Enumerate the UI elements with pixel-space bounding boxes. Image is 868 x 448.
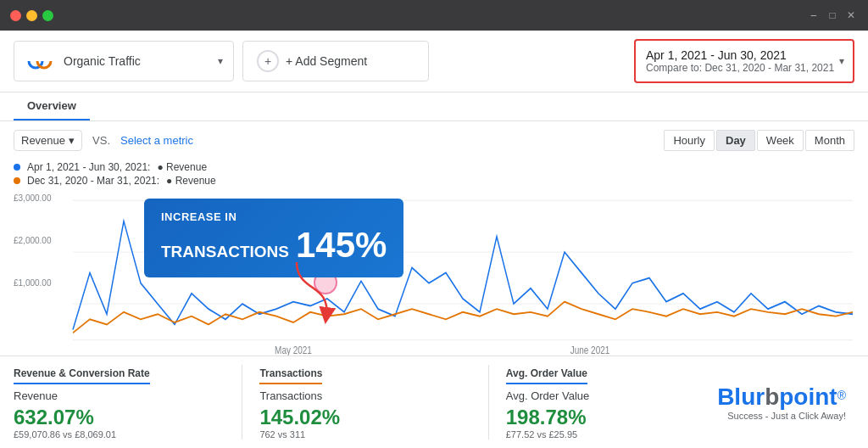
chart-svg: May 2021 June 2021 [14,190,854,356]
close-icon[interactable]: ✕ [844,8,858,22]
stat-aov-sub: £77.52 vs £25.95 [506,429,700,440]
metric-chevron-icon: ▾ [69,134,75,147]
top-bar: Organic Traffic ▾ + + Add Segment Apr 1,… [0,31,868,92]
date-compare: Compare to: Dec 31, 2020 - Mar 31, 2021 [646,62,843,74]
stat-transactions-label: Transactions [259,389,453,402]
minimize-dot[interactable] [26,10,37,21]
minimize-icon[interactable]: ‒ [807,8,821,22]
blurpoint-logo: Blurbpoint® Success - Just a Click Away! [717,365,854,440]
legend-item-1: Apr 1, 2021 - Jun 30, 2021: ● Revenue [14,161,854,173]
stat-group-aov-header: Avg. Order Value [506,367,587,384]
svg-point-1 [37,54,51,68]
time-hourly[interactable]: Hourly [664,130,715,151]
chart-area: £3,000.00 £2,000.00 £1,000.00 May 2021 J… [0,190,868,356]
stat-aov-label: Avg. Order Value [506,389,700,402]
y-label-1000: £1,000.00 [14,278,52,288]
logo-gray: b [765,384,779,410]
time-day[interactable]: Day [716,130,755,151]
add-circle-icon: + [257,50,279,72]
logo-blue: Blur [717,384,765,410]
main-content: Organic Traffic ▾ + + Add Segment Apr 1,… [0,31,868,448]
bottom-stats: Revenue & Conversion Rate Revenue 632.07… [0,356,868,448]
maximize-dot[interactable] [42,10,53,21]
logo-trademark: ® [837,389,846,402]
blurpoint-name: Blurbpoint® [717,384,846,411]
titlebar: ‒ □ ✕ [0,0,868,31]
compare-prefix: Compare to: [646,62,702,74]
add-segment-label: + Add Segment [286,54,367,68]
y-label-2000: £2,000.00 [14,236,52,245]
win-controls: ‒ □ ✕ [807,8,858,22]
stat-group-transactions-header: Transactions [259,367,322,384]
metric-dropdown[interactable]: Revenue ▾ [14,130,82,151]
svg-text:May 2021: May 2021 [275,344,312,356]
time-month[interactable]: Month [805,130,854,151]
window-controls[interactable] [10,10,53,21]
restore-icon[interactable]: □ [826,8,839,22]
stat-group-transactions: Transactions Transactions 145.02% 762 vs… [259,365,470,440]
legend-blue-dot [14,164,20,171]
overlay-row: TRANSACTIONS 145% [161,225,387,266]
time-week[interactable]: Week [757,130,804,151]
segment1-label: Organic Traffic [64,54,209,68]
tab-overview[interactable]: Overview [14,92,90,120]
stat-group-revenue-header: Revenue & Conversion Rate [14,367,150,384]
overlay-card: INCREASE IN TRANSACTIONS 145% [144,199,403,277]
stat-group-revenue: Revenue & Conversion Rate Revenue 632.07… [14,365,225,440]
blurpoint-tagline: Success - Just a Click Away! [727,411,846,421]
stat-revenue-sub: £59,070.86 vs £8,069.01 [14,429,208,440]
close-dot[interactable] [10,10,21,21]
legend-item-2: Dec 31, 2020 - Mar 31, 2021: ● Revenue [14,175,854,187]
organic-traffic-icon [25,46,55,76]
stat-revenue-value: 632.07% [14,406,208,429]
metric-label: Revenue [21,134,65,147]
overlay-title: INCREASE IN [161,210,387,223]
legend-metric-2: ● Revenue [166,175,216,187]
legend-date-2: Dec 31, 2020 - Mar 31, 2021: [27,175,159,187]
logo-point: point [779,384,837,410]
chart-legend: Apr 1, 2021 - Jun 30, 2021: ● Revenue De… [0,160,868,190]
segment1-box[interactable]: Organic Traffic ▾ [14,41,234,81]
stat-divider-1 [242,365,242,440]
date-main: Apr 1, 2021 - Jun 30, 2021 [646,48,843,62]
date-chevron-icon: ▾ [839,55,844,67]
add-segment-box[interactable]: + + Add Segment [242,41,429,81]
legend-orange-dot [14,177,20,184]
stat-transactions-value: 145.02% [259,406,453,429]
stat-revenue-label: Revenue [14,389,208,402]
chart-controls: Revenue ▾ VS. Select a metric Hourly Day… [0,121,868,160]
overlay-transactions: TRANSACTIONS [161,243,289,261]
stat-aov-value: 198.78% [506,406,700,429]
vs-label: VS. [92,134,110,147]
stat-transactions-sub: 762 vs 311 [259,429,453,440]
tab-bar: Overview [0,92,868,121]
legend-date-1: Apr 1, 2021 - Jun 30, 2021: [27,161,150,173]
arrow-icon [288,258,339,326]
y-label-3000: £3,000.00 [14,193,52,203]
svg-text:June 2021: June 2021 [570,344,610,356]
time-buttons: Hourly Day Week Month [664,130,854,151]
stat-divider-2 [488,365,489,440]
compare-range: Dec 31, 2020 - Mar 31, 2021 [704,62,834,74]
stat-group-aov: Avg. Order Value Avg. Order Value 198.78… [506,365,717,440]
segment1-chevron: ▾ [218,55,223,67]
date-range-box[interactable]: Apr 1, 2021 - Jun 30, 2021 Compare to: D… [634,39,854,83]
select-metric-link[interactable]: Select a metric [120,134,193,147]
legend-metric-1: ● Revenue [157,161,207,173]
